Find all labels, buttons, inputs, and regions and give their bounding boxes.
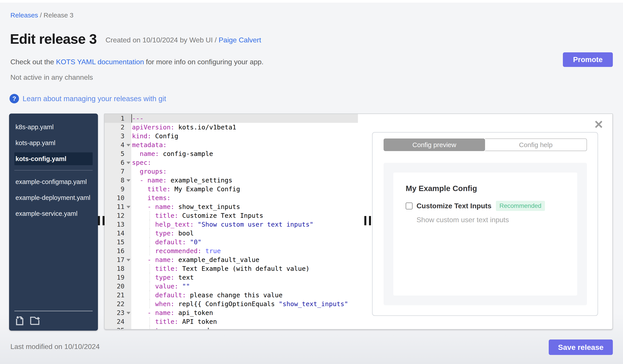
code-token <box>132 309 147 317</box>
code-line-10: items: <box>132 194 358 202</box>
gutter-row-14: 14 <box>105 229 131 238</box>
breadcrumb-releases-link[interactable]: Releases <box>10 12 38 19</box>
close-preview-icon[interactable] <box>594 120 603 129</box>
code-token: - name: <box>140 177 167 184</box>
code-token: type: <box>155 229 175 237</box>
code-token <box>132 168 140 175</box>
file-sidebar: k8s-app.yamlkots-app.yamlkots-config.yam… <box>9 114 98 331</box>
fold-toggle-icon[interactable] <box>127 179 131 182</box>
code-token: name: <box>140 150 159 158</box>
code-line-19: type: text <box>132 273 358 282</box>
line-number: 9 <box>105 185 124 194</box>
fold-toggle-icon[interactable] <box>127 162 131 164</box>
fold-toggle-icon[interactable] <box>127 206 131 208</box>
add-folder-icon[interactable] <box>30 316 41 326</box>
code-token <box>132 283 155 290</box>
code-line-11: - name: show_text_inputs <box>132 202 358 211</box>
line-number: 14 <box>105 229 124 238</box>
gutter-row-21: 21 <box>105 291 131 300</box>
line-number: 2 <box>105 123 124 132</box>
created-text: Created on 10/10/2024 by Web UI / <box>106 36 219 44</box>
line-number: 13 <box>105 220 124 229</box>
code-token: example_settings <box>167 177 232 184</box>
line-number: 6 <box>105 158 124 167</box>
sidebar-file-k8s-app.yaml[interactable]: k8s-app.yaml <box>14 121 93 133</box>
code-token: default: <box>155 291 186 299</box>
fold-toggle-icon[interactable] <box>127 144 131 146</box>
code-token: My Example Config <box>171 185 240 193</box>
line-number: 24 <box>105 317 124 326</box>
channel-status: Not active in any channels <box>10 73 93 81</box>
code-token <box>132 247 155 255</box>
code-token: title: <box>155 265 178 272</box>
gutter-row-17: 17 <box>105 255 131 264</box>
gutter-row-13: 13 <box>105 220 131 229</box>
code-line-5: name: config-sample <box>132 149 358 158</box>
code-token: please change this value <box>186 291 283 299</box>
editor-resize-handle[interactable] <box>364 216 371 225</box>
code-token <box>132 185 147 193</box>
code-line-23: - name: api_token <box>132 308 358 317</box>
code-token: Text Example (with default value) <box>178 265 310 272</box>
gutter-row-12: 12 <box>105 211 131 220</box>
gutter-row-10: 10 <box>105 194 131 202</box>
add-file-icon[interactable] <box>14 316 25 326</box>
file-list: k8s-app.yamlkots-app.yamlkots-config.yam… <box>9 121 98 220</box>
code-line-2: apiVersion: kots.io/v1beta1 <box>132 123 358 132</box>
code-token: "Show custom user text inputs" <box>198 221 313 228</box>
sidebar-divider <box>14 170 93 170</box>
gutter-row-15: 15 <box>105 238 131 246</box>
docs-line: Check out the KOTS YAML documentation fo… <box>10 58 264 66</box>
sidebar-file-example-deployment.yaml[interactable]: example-deployment.yaml <box>14 191 93 204</box>
code-token: apiVersion: <box>132 123 175 131</box>
line-number: 23 <box>105 308 124 317</box>
breadcrumb-separator: / <box>38 12 44 19</box>
gutter-row-20: 20 <box>105 282 131 291</box>
code-token: default: <box>155 238 186 246</box>
code-token: true <box>205 247 221 255</box>
sidebar-file-kots-config.yaml[interactable]: kots-config.yaml <box>14 152 93 165</box>
gutter-row-24: 24 <box>105 317 131 326</box>
git-releases-link[interactable]: Learn about managing your releases with … <box>22 95 166 103</box>
line-number: 1 <box>105 114 124 123</box>
line-number: 7 <box>105 167 124 176</box>
sidebar-file-example-configmap.yaml[interactable]: example-configmap.yaml <box>14 175 93 188</box>
resize-bar <box>369 216 371 225</box>
gutter-row-2: 2 <box>105 123 131 132</box>
code-line-12: title: Customize Text Inputs <box>132 211 358 220</box>
gutter-row-19: 19 <box>105 273 131 282</box>
save-release-button[interactable]: Save release <box>549 340 613 355</box>
gutter-row-7: 7 <box>105 167 131 176</box>
resize-bar <box>103 216 105 225</box>
sidebar-file-example-service.yaml[interactable]: example-service.yaml <box>14 207 93 220</box>
fold-toggle-icon[interactable] <box>127 312 131 314</box>
code-token <box>132 265 155 272</box>
code-token: title: <box>147 185 171 193</box>
yaml-editor[interactable]: 1---2apiVersion: kots.io/v1beta13kind: C… <box>105 114 358 329</box>
code-token: type: <box>155 327 175 329</box>
customize-text-inputs-checkbox[interactable] <box>406 202 413 209</box>
sidebar-resize-handle[interactable] <box>98 216 105 225</box>
sidebar-file-kots-app.yaml[interactable]: kots-app.yaml <box>14 137 93 149</box>
config-group-title: My Example Config <box>406 184 565 193</box>
tab-config-preview[interactable]: Config preview <box>384 139 485 151</box>
code-token <box>132 221 155 228</box>
line-number: 5 <box>105 149 124 158</box>
line-number: 11 <box>105 202 124 211</box>
code-token <box>132 300 155 308</box>
code-line-15: default: "0" <box>132 238 358 246</box>
line-number: 25 <box>105 326 124 329</box>
kots-yaml-docs-link[interactable]: KOTS YAML documentation <box>56 58 144 66</box>
line-number: 8 <box>105 176 124 185</box>
code-token: - name: <box>147 203 175 210</box>
config-item-label: Customize Text Inputs <box>417 202 491 210</box>
code-token <box>132 150 140 158</box>
question-mark-icon[interactable]: ? <box>9 94 19 103</box>
code-token <box>132 318 155 325</box>
fold-toggle-icon[interactable] <box>127 259 131 261</box>
tab-config-help[interactable]: Config help <box>485 139 587 151</box>
config-preview-area: My Example Config Customize Text Inputs … <box>384 163 587 305</box>
promote-button[interactable]: Promote <box>563 52 613 67</box>
breadcrumb: Releases / Release 3 <box>10 12 73 19</box>
created-author-link[interactable]: Paige Calvert <box>219 36 261 44</box>
